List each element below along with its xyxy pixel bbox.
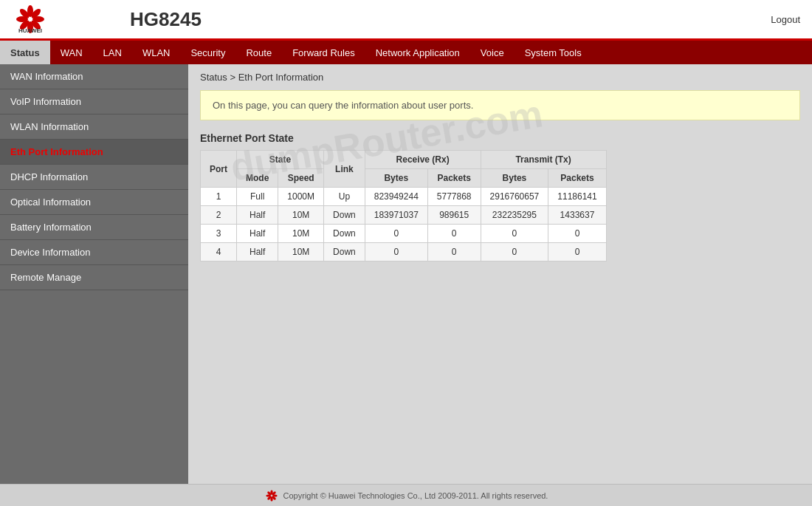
nav-item-voice[interactable]: Voice: [470, 41, 515, 64]
table-body: 1Full1000MUp8239492445777868291676065711…: [201, 188, 607, 261]
col-rx-group: Receive (Rx): [365, 151, 481, 169]
breadcrumb: Status > Eth Port Information: [200, 72, 800, 83]
sidebar-item-battery-information[interactable]: Battery Information: [0, 215, 188, 240]
col-mode: Mode: [237, 169, 278, 188]
main-content: Status > Eth Port Information On this pa…: [188, 64, 812, 484]
sidebar-item-optical-information[interactable]: Optical Information: [0, 190, 188, 215]
sidebar-item-device-information[interactable]: Device Information: [0, 240, 188, 265]
eth-port-table: Port State Link Receive (Rx) Transmit (T…: [200, 150, 607, 261]
col-rx-bytes: Bytes: [365, 169, 427, 188]
table-row: 1Full1000MUp8239492445777868291676065711…: [201, 188, 607, 206]
sidebar-item-eth-port-information[interactable]: Eth Port Information: [0, 140, 188, 165]
huawei-logo: HUAWEI: [12, 4, 49, 34]
nav-item-wan[interactable]: WAN: [50, 41, 93, 64]
header: HUAWEI HG8245 Logout: [0, 0, 812, 41]
nav-item-status[interactable]: Status: [0, 41, 50, 64]
sidebar-item-dhcp-information[interactable]: DHCP Information: [0, 165, 188, 190]
nav-item-system-tools[interactable]: System Tools: [515, 41, 592, 64]
col-tx-group: Transmit (Tx): [481, 151, 606, 169]
table-row: 4Half10MDown0000: [201, 243, 607, 261]
section-title: Ethernet Port State: [200, 132, 800, 144]
navbar: StatusWANLANWLANSecurityRouteForward Rul…: [0, 41, 812, 64]
sidebar-item-voip-information[interactable]: VoIP Information: [0, 89, 188, 114]
footer: Copyright © Huawei Technologies Co., Ltd…: [0, 484, 812, 506]
table-row: 3Half10MDown0000: [201, 225, 607, 243]
table-row: 2Half10MDown1839710379896152322352951433…: [201, 206, 607, 225]
footer-logo: [264, 490, 279, 502]
sidebar-item-wlan-information[interactable]: WLAN Information: [0, 114, 188, 140]
footer-text: Copyright © Huawei Technologies Co., Ltd…: [283, 491, 548, 500]
col-tx-packets: Packets: [548, 169, 606, 188]
sidebar-item-wan-information[interactable]: WAN Information: [0, 64, 188, 89]
logo-area: HUAWEI: [12, 4, 130, 34]
sidebar-item-remote-manage[interactable]: Remote Manage: [0, 265, 188, 290]
nav-item-forward-rules[interactable]: Forward Rules: [282, 41, 365, 64]
nav-item-route[interactable]: Route: [235, 41, 282, 64]
sub-header-row: Mode Speed Bytes Packets Bytes Packets: [201, 169, 607, 188]
group-header-row: Port State Link Receive (Rx) Transmit (T…: [201, 151, 607, 169]
col-speed: Speed: [278, 169, 324, 188]
col-rx-packets: Packets: [427, 169, 481, 188]
col-state-group: State: [237, 151, 324, 169]
nav-item-wlan[interactable]: WLAN: [132, 41, 181, 64]
nav-item-security[interactable]: Security: [180, 41, 235, 64]
col-port: Port: [201, 151, 237, 188]
main-layout: WAN InformationVoIP InformationWLAN Info…: [0, 64, 812, 484]
info-box: On this page, you can query the informat…: [200, 90, 800, 120]
col-link: Link: [324, 151, 365, 188]
logout-button[interactable]: Logout: [771, 14, 800, 25]
nav-item-network-application[interactable]: Network Application: [365, 41, 470, 64]
svg-text:HUAWEI: HUAWEI: [18, 27, 42, 34]
sidebar: WAN InformationVoIP InformationWLAN Info…: [0, 64, 188, 484]
col-tx-bytes: Bytes: [481, 169, 548, 188]
device-title: HG8245: [130, 8, 771, 31]
nav-item-lan[interactable]: LAN: [93, 41, 132, 64]
